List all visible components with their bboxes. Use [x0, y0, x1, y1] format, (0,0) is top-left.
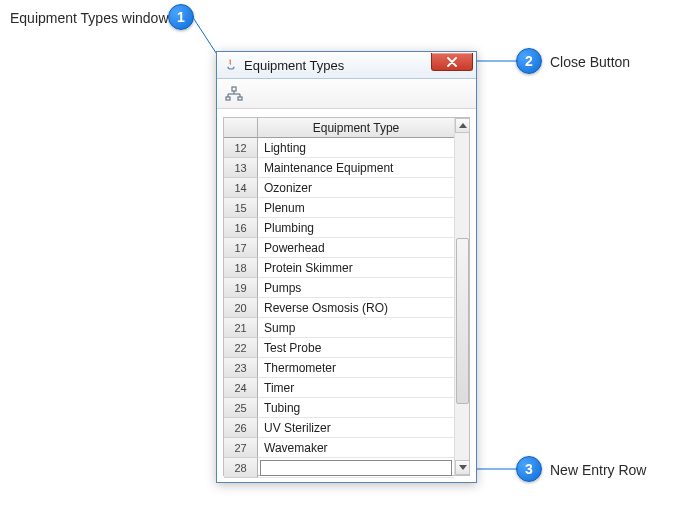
callout-3-badge: 3	[516, 456, 542, 482]
svg-rect-3	[232, 87, 236, 91]
equipment-type-cell[interactable]: Reverse Osmosis (RO)	[258, 298, 454, 318]
table-row[interactable]: 19Pumps	[224, 278, 454, 298]
equipment-type-cell[interactable]: Lighting	[258, 138, 454, 158]
callout-1-label: Equipment Types window	[10, 10, 169, 26]
row-header[interactable]: 16	[224, 218, 258, 238]
new-entry-row[interactable]: 28	[224, 458, 454, 478]
equipment-type-cell[interactable]: UV Sterilizer	[258, 418, 454, 438]
table-row[interactable]: 18Protein Skimmer	[224, 258, 454, 278]
toolbar	[217, 79, 476, 109]
callout-3-label: New Entry Row	[550, 462, 646, 478]
row-header[interactable]: 14	[224, 178, 258, 198]
grid-corner	[224, 118, 258, 138]
equipment-icon[interactable]	[223, 83, 245, 105]
row-header[interactable]: 25	[224, 398, 258, 418]
callout-2-badge: 2	[516, 48, 542, 74]
window-title: Equipment Types	[244, 58, 344, 73]
chevron-down-icon	[459, 465, 467, 470]
row-header[interactable]: 19	[224, 278, 258, 298]
row-header[interactable]: 26	[224, 418, 258, 438]
equipment-type-cell[interactable]: Sump	[258, 318, 454, 338]
scroll-up-button[interactable]	[455, 118, 470, 133]
equipment-type-cell[interactable]: Pumps	[258, 278, 454, 298]
new-entry-input[interactable]	[260, 460, 452, 476]
table-row[interactable]: 24Timer	[224, 378, 454, 398]
row-header[interactable]: 17	[224, 238, 258, 258]
equipment-type-cell[interactable]: Test Probe	[258, 338, 454, 358]
row-header[interactable]: 18	[224, 258, 258, 278]
table-row[interactable]: 16Plumbing	[224, 218, 454, 238]
column-header-equipment-type[interactable]: Equipment Type	[258, 118, 454, 138]
callout-1-badge: 1	[168, 4, 194, 30]
svg-rect-8	[226, 97, 230, 100]
new-entry-cell[interactable]	[258, 458, 454, 478]
vertical-scrollbar[interactable]	[454, 118, 469, 475]
equipment-type-grid: Equipment Type 12Lighting13Maintenance E…	[223, 117, 470, 476]
table-row[interactable]: 26UV Sterilizer	[224, 418, 454, 438]
equipment-type-cell[interactable]: Ozonizer	[258, 178, 454, 198]
titlebar[interactable]: Equipment Types	[217, 52, 476, 79]
close-icon	[447, 57, 457, 67]
table-row[interactable]: 14Ozonizer	[224, 178, 454, 198]
row-header[interactable]: 21	[224, 318, 258, 338]
callout-2-label: Close Button	[550, 54, 630, 70]
svg-rect-9	[238, 97, 242, 100]
row-header[interactable]: 22	[224, 338, 258, 358]
equipment-type-cell[interactable]: Protein Skimmer	[258, 258, 454, 278]
table-row[interactable]: 27Wavemaker	[224, 438, 454, 458]
row-header[interactable]: 13	[224, 158, 258, 178]
table-row[interactable]: 20Reverse Osmosis (RO)	[224, 298, 454, 318]
table-row[interactable]: 12Lighting	[224, 138, 454, 158]
scroll-thumb[interactable]	[456, 238, 469, 404]
row-header[interactable]: 24	[224, 378, 258, 398]
table-row[interactable]: 23Thermometer	[224, 358, 454, 378]
table-row[interactable]: 21Sump	[224, 318, 454, 338]
row-header[interactable]: 12	[224, 138, 258, 158]
equipment-type-cell[interactable]: Tubing	[258, 398, 454, 418]
table-row[interactable]: 13Maintenance Equipment	[224, 158, 454, 178]
java-app-icon	[223, 57, 239, 73]
row-header[interactable]: 23	[224, 358, 258, 378]
equipment-types-window: Equipment Types Equipment Type 12Lightin…	[216, 51, 477, 483]
row-header[interactable]: 15	[224, 198, 258, 218]
equipment-type-cell[interactable]: Maintenance Equipment	[258, 158, 454, 178]
chevron-up-icon	[459, 123, 467, 128]
table-row[interactable]: 25Tubing	[224, 398, 454, 418]
row-header[interactable]: 20	[224, 298, 258, 318]
equipment-type-cell[interactable]: Plumbing	[258, 218, 454, 238]
row-header[interactable]: 28	[224, 458, 258, 478]
close-button[interactable]	[431, 53, 473, 71]
table-row[interactable]: 17Powerhead	[224, 238, 454, 258]
scroll-down-button[interactable]	[455, 460, 470, 475]
row-header[interactable]: 27	[224, 438, 258, 458]
equipment-type-cell[interactable]: Thermometer	[258, 358, 454, 378]
equipment-type-cell[interactable]: Wavemaker	[258, 438, 454, 458]
equipment-type-cell[interactable]: Timer	[258, 378, 454, 398]
equipment-type-cell[interactable]: Plenum	[258, 198, 454, 218]
equipment-type-cell[interactable]: Powerhead	[258, 238, 454, 258]
table-row[interactable]: 22Test Probe	[224, 338, 454, 358]
table-row[interactable]: 15Plenum	[224, 198, 454, 218]
